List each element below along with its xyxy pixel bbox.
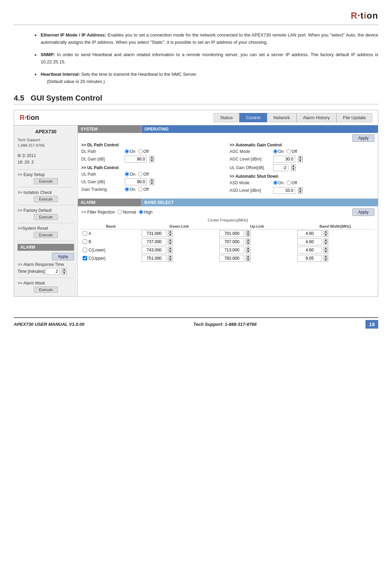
uplink-down-0[interactable]: ▼ <box>246 234 250 237</box>
downlink-up-3[interactable]: ▲ <box>168 255 173 258</box>
tab-alarm-history[interactable]: Alarm History <box>297 113 337 122</box>
execute-alarm-mask-button[interactable]: Execute <box>34 287 58 293</box>
downlink-up-1[interactable]: ▲ <box>168 238 173 242</box>
uplink-up-2[interactable]: ▲ <box>246 247 250 250</box>
asd-mode-on-label[interactable]: On <box>273 180 284 185</box>
bandwidth-up-1[interactable]: ▲ <box>323 238 328 242</box>
downlink-input-2[interactable] <box>142 247 166 254</box>
alarm-time-up[interactable]: ▲ <box>62 268 66 271</box>
band-apply-button[interactable]: Apply <box>352 208 374 216</box>
agc-level-down[interactable]: ▼ <box>298 159 303 163</box>
bandwidth-input-1[interactable] <box>297 238 322 245</box>
execute-isolation-button[interactable]: Execute <box>34 196 58 202</box>
uplink-down-2[interactable]: ▼ <box>246 250 250 254</box>
downlink-input-3[interactable] <box>142 255 166 262</box>
dl-gain-up[interactable]: ▲ <box>149 156 154 159</box>
downlink-input-1[interactable] <box>142 238 166 245</box>
filter-normal-radio[interactable] <box>117 210 122 214</box>
agc-mode-on-radio[interactable] <box>273 149 278 154</box>
asd-level-input[interactable] <box>273 187 295 194</box>
ul-gain-offset-down[interactable]: ▼ <box>291 168 296 171</box>
tab-control[interactable]: Control <box>239 113 267 122</box>
bandwidth-down-1[interactable]: ▼ <box>323 242 328 245</box>
bandwidth-up-0[interactable]: ▲ <box>323 230 328 234</box>
bandwidth-input-0[interactable] <box>297 230 322 237</box>
uplink-up-3[interactable]: ▲ <box>246 255 250 258</box>
dl-path-off-label[interactable]: Off <box>138 149 149 154</box>
filter-normal-label[interactable]: Normal <box>117 210 136 215</box>
uplink-input-3[interactable] <box>219 255 244 262</box>
execute-sysreset-button[interactable]: Execute <box>34 232 58 238</box>
ul-gain-up[interactable]: ▲ <box>149 178 154 182</box>
uplink-input-0[interactable] <box>219 230 244 237</box>
asd-level-down[interactable]: ▼ <box>298 190 303 194</box>
downlink-down-3[interactable]: ▼ <box>168 258 173 262</box>
ul-gain-offset-input[interactable] <box>273 164 288 171</box>
dl-path-on-radio[interactable] <box>125 149 129 154</box>
uplink-up-1[interactable]: ▲ <box>246 238 250 242</box>
operating-apply-button[interactable]: Apply <box>352 134 374 142</box>
bandwidth-up-2[interactable]: ▲ <box>323 247 328 250</box>
band-checkbox-0[interactable] <box>83 231 87 236</box>
execute-factory-button[interactable]: Execute <box>34 214 58 220</box>
agc-level-input[interactable] <box>273 156 295 163</box>
asd-mode-on-radio[interactable] <box>273 180 278 185</box>
ul-gain-down[interactable]: ▼ <box>149 182 154 185</box>
section-bars-row-2: ALARM BAND SELECT <box>78 198 378 206</box>
band-checkbox-3[interactable] <box>83 256 87 260</box>
asd-mode-off-label[interactable]: Off <box>287 180 297 185</box>
filter-high-radio[interactable] <box>139 210 143 214</box>
dl-gain-input[interactable] <box>125 156 147 163</box>
uplink-input-1[interactable] <box>219 238 244 245</box>
downlink-down-1[interactable]: ▼ <box>168 242 173 245</box>
uplink-down-1[interactable]: ▼ <box>246 242 250 245</box>
dl-gain-down[interactable]: ▼ <box>149 159 154 163</box>
gain-tracking-off-label[interactable]: Off <box>138 187 149 192</box>
band-checkbox-label-0[interactable]: A <box>83 231 139 236</box>
ul-path-off-radio[interactable] <box>138 172 143 176</box>
uplink-input-2[interactable] <box>219 247 244 254</box>
band-checkbox-2[interactable] <box>83 248 87 252</box>
bandwidth-down-0[interactable]: ▼ <box>323 234 328 237</box>
downlink-down-0[interactable]: ▼ <box>168 234 173 237</box>
uplink-up-0[interactable]: ▲ <box>246 230 250 234</box>
alarm-apply-button[interactable]: Apply <box>52 253 74 260</box>
gain-tracking-on-radio[interactable] <box>125 187 129 192</box>
ul-path-off-label[interactable]: Off <box>138 172 149 177</box>
uplink-down-3[interactable]: ▼ <box>246 258 250 262</box>
bandwidth-up-3[interactable]: ▲ <box>323 255 328 258</box>
band-checkbox-label-2[interactable]: C(Lower) <box>83 248 139 252</box>
alarm-time-down[interactable]: ▼ <box>62 271 66 275</box>
alarm-time-input[interactable] <box>46 268 60 275</box>
band-checkbox-1[interactable] <box>83 239 87 244</box>
agc-mode-off-label[interactable]: Off <box>287 149 297 154</box>
bandwidth-input-3[interactable] <box>297 255 322 262</box>
filter-high-label[interactable]: High <box>139 210 153 215</box>
bandwidth-down-2[interactable]: ▼ <box>323 250 328 254</box>
execute-easy-setup-button[interactable]: Execute <box>34 178 58 184</box>
dl-path-on-label[interactable]: On <box>125 149 135 154</box>
tab-file-update[interactable]: File Update <box>337 113 372 122</box>
gain-tracking-on-label[interactable]: On <box>125 187 135 192</box>
ul-gain-input[interactable] <box>125 178 147 185</box>
downlink-input-0[interactable] <box>142 230 166 237</box>
gain-tracking-off-radio[interactable] <box>138 187 143 192</box>
band-checkbox-label-3[interactable]: C(Upper) <box>83 256 139 261</box>
tab-status[interactable]: Status <box>214 113 239 122</box>
agc-mode-on-label[interactable]: On <box>273 149 284 154</box>
asd-level-up[interactable]: ▲ <box>298 187 303 190</box>
tab-network[interactable]: Network <box>267 113 297 122</box>
ul-path-on-radio[interactable] <box>125 172 129 176</box>
bandwidth-down-3[interactable]: ▼ <box>323 258 328 262</box>
agc-mode-off-radio[interactable] <box>287 149 291 154</box>
ul-path-on-label[interactable]: On <box>125 172 135 177</box>
ul-gain-offset-up[interactable]: ▲ <box>291 164 296 168</box>
dl-path-off-radio[interactable] <box>138 149 143 154</box>
downlink-up-2[interactable]: ▲ <box>168 247 173 250</box>
asd-mode-off-radio[interactable] <box>287 180 291 185</box>
bandwidth-input-2[interactable] <box>297 247 322 254</box>
downlink-down-2[interactable]: ▼ <box>168 250 173 254</box>
agc-level-up[interactable]: ▲ <box>298 156 303 159</box>
downlink-up-0[interactable]: ▲ <box>168 230 173 234</box>
band-checkbox-label-1[interactable]: B <box>83 239 139 244</box>
